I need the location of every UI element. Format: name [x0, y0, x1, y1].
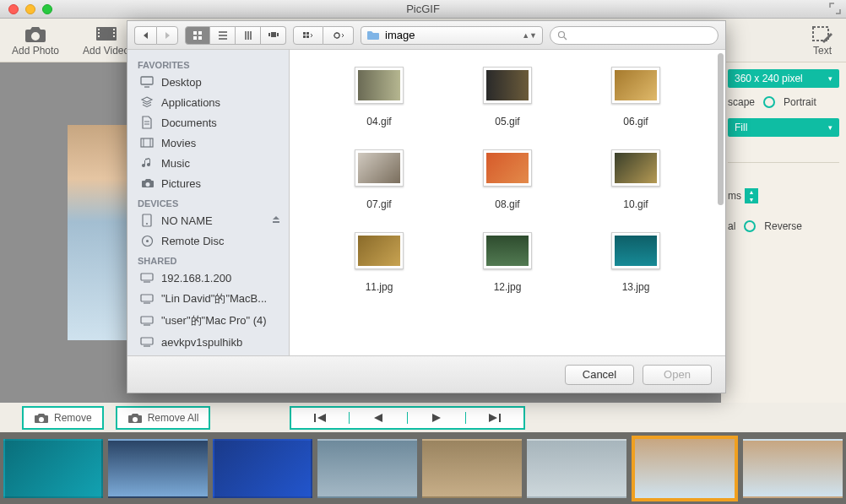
icon-view-button[interactable] [185, 26, 210, 45]
file-item[interactable]: 11.jpg [315, 232, 443, 293]
svg-rect-22 [141, 138, 153, 147]
frame-thumbnail[interactable] [317, 439, 417, 498]
sidebar-item-shared-1[interactable]: "Lin David"的"MacB... [127, 288, 289, 310]
svg-rect-8 [193, 31, 197, 35]
svg-rect-21 [141, 77, 153, 84]
music-icon [139, 156, 155, 170]
file-name: 13.jpg [622, 281, 650, 293]
camera-icon [24, 24, 47, 43]
traffic-lights [0, 4, 52, 14]
duration-stepper[interactable]: ▲▼ [745, 188, 758, 203]
file-item[interactable]: 05.gif [443, 67, 572, 127]
file-item[interactable]: 07.gif [315, 149, 443, 210]
reverse-label: Reverse [764, 220, 802, 232]
portrait-radio[interactable] [763, 96, 775, 108]
text-label: Text [813, 45, 832, 57]
first-frame-button[interactable] [291, 408, 349, 428]
sidebar-item-fav-5[interactable]: Pictures [127, 173, 289, 193]
close-window-button[interactable] [8, 4, 19, 14]
file-name: 07.gif [366, 198, 391, 210]
svg-rect-11 [198, 36, 202, 40]
fullscreen-icon[interactable] [829, 3, 841, 17]
sidebar-item-fav-0[interactable]: Desktop [127, 72, 289, 92]
frame-thumbnail[interactable] [743, 439, 843, 498]
window-title: PicGIF [0, 3, 846, 15]
size-dropdown[interactable]: 360 x 240 pixel [728, 69, 839, 88]
list-view-button[interactable] [210, 26, 236, 45]
sidebar-item-dev-1[interactable]: Remote Disc [127, 230, 289, 251]
sidebar-item-fav-3[interactable]: Movies [127, 133, 289, 153]
right-panel: 360 x 240 pixel scape Portrait Fill ms ▲… [721, 62, 846, 403]
svg-rect-16 [306, 32, 309, 35]
thumbnail-strip [0, 432, 846, 504]
zoom-window-button[interactable] [42, 4, 52, 14]
text-edit-icon [811, 24, 834, 43]
fill-dropdown[interactable]: Fill [728, 118, 839, 137]
movie-icon [139, 136, 155, 149]
back-button[interactable] [134, 26, 156, 45]
group-button[interactable] [293, 26, 323, 45]
reverse-radio[interactable] [744, 220, 756, 232]
svg-rect-18 [306, 35, 309, 38]
path-label: image [385, 29, 415, 41]
add-photo-button[interactable]: Add Photo [0, 20, 71, 61]
remove-button[interactable]: Remove [22, 406, 104, 430]
cancel-button[interactable]: Cancel [565, 365, 634, 385]
sidebar-item-label: NO NAME [161, 214, 213, 227]
file-name: 11.jpg [366, 281, 393, 293]
eject-icon[interactable] [272, 215, 280, 225]
shared-header: SHARED [127, 251, 289, 268]
frame-thumbnail[interactable] [527, 439, 626, 498]
file-item[interactable]: 12.jpg [443, 232, 572, 293]
svg-rect-1 [98, 29, 100, 30]
scrollbar[interactable] [718, 53, 724, 205]
forward-button[interactable] [156, 26, 178, 45]
coverflow-view-button[interactable] [261, 26, 286, 45]
remove-all-button[interactable]: Remove All [116, 406, 211, 430]
frame-thumbnail[interactable] [3, 439, 103, 498]
file-item[interactable]: 08.gif [443, 149, 572, 210]
next-frame-button[interactable] [408, 408, 465, 428]
doc-icon [139, 116, 155, 129]
file-item[interactable]: 13.jpg [572, 232, 700, 293]
search-icon [557, 30, 567, 41]
sidebar-item-fav-2[interactable]: Documents [127, 112, 289, 133]
camera-icon [34, 412, 49, 424]
apps-icon [139, 95, 155, 109]
host-icon [139, 335, 155, 349]
file-thumbnail [611, 67, 660, 104]
sidebar-item-label: "user"的"Mac Pro" (4) [161, 313, 267, 328]
open-button[interactable]: Open [643, 365, 712, 385]
sidebar-item-label: Pictures [161, 177, 201, 190]
text-button[interactable]: Text [799, 20, 846, 61]
svg-point-20 [559, 31, 565, 37]
path-dropdown[interactable]: image ▲▼ [361, 26, 543, 45]
file-item[interactable]: 10.gif [572, 149, 700, 210]
ms-suffix: ms [728, 190, 741, 202]
search-field[interactable] [550, 26, 719, 45]
sidebar-item-fav-1[interactable]: Applications [127, 92, 289, 112]
sidebar-item-shared-0[interactable]: 192.168.1.200 [127, 268, 289, 288]
dialog-footer: Cancel Open [127, 355, 725, 393]
file-thumbnail [355, 232, 404, 269]
action-button[interactable] [323, 26, 354, 45]
titlebar: PicGIF [0, 0, 846, 19]
file-item[interactable]: 04.gif [315, 67, 443, 127]
sidebar-item-shared-3[interactable]: aevkpv1spulhikb [127, 332, 289, 352]
search-input[interactable] [567, 30, 711, 41]
prev-frame-button[interactable] [350, 408, 407, 428]
minimize-window-button[interactable] [25, 4, 35, 14]
sidebar-item-fav-4[interactable]: Music [127, 153, 289, 173]
column-view-button[interactable] [236, 26, 261, 45]
last-frame-button[interactable] [466, 408, 523, 428]
dialog-toolbar: image ▲▼ [127, 21, 725, 50]
frame-thumbnail[interactable] [422, 439, 522, 498]
frame-thumbnail[interactable] [108, 439, 208, 498]
remove-all-label: Remove All [148, 412, 199, 424]
file-item[interactable]: 06.gif [572, 67, 700, 127]
devices-header: DEVICES [127, 193, 289, 210]
frame-thumbnail[interactable] [632, 436, 738, 501]
sidebar-item-shared-2[interactable]: "user"的"Mac Pro" (4) [127, 310, 289, 332]
frame-thumbnail[interactable] [213, 439, 312, 498]
sidebar-item-dev-0[interactable]: NO NAME [127, 210, 289, 230]
